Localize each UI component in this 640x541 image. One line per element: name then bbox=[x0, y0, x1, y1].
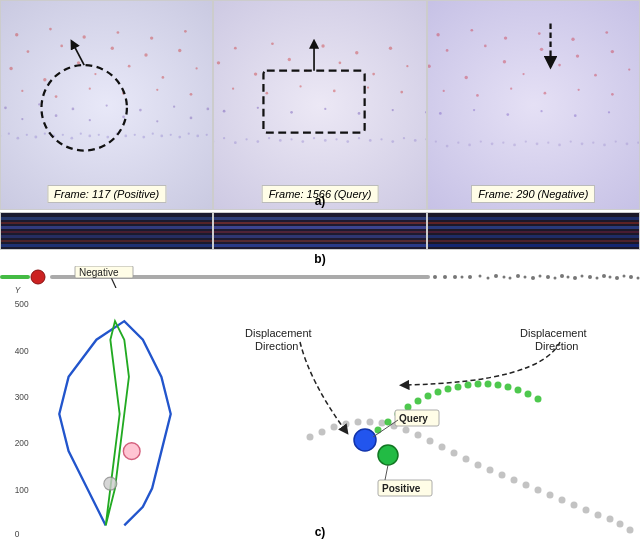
section-c: Negative Negative -200 -100 0 100 200 50… bbox=[0, 262, 640, 541]
svg-point-88 bbox=[254, 72, 257, 75]
svg-point-201 bbox=[509, 277, 512, 280]
svg-point-204 bbox=[531, 276, 535, 280]
svg-point-4 bbox=[26, 134, 28, 136]
svg-point-158 bbox=[439, 112, 442, 115]
svg-point-153 bbox=[470, 29, 473, 32]
svg-point-275 bbox=[455, 384, 462, 391]
svg-point-78 bbox=[347, 140, 350, 143]
svg-point-213 bbox=[596, 277, 599, 280]
svg-text:Direction: Direction bbox=[535, 340, 578, 352]
svg-point-129 bbox=[592, 142, 594, 144]
svg-point-247 bbox=[403, 427, 410, 434]
svg-point-38 bbox=[21, 90, 23, 92]
svg-rect-184 bbox=[428, 226, 639, 229]
svg-point-43 bbox=[190, 93, 193, 96]
svg-point-71 bbox=[268, 137, 270, 139]
svg-text:Positive: Positive bbox=[382, 483, 421, 494]
svg-point-192 bbox=[433, 275, 437, 279]
svg-point-12 bbox=[98, 134, 100, 136]
svg-point-214 bbox=[602, 274, 606, 278]
svg-point-58 bbox=[55, 114, 58, 117]
svg-point-75 bbox=[313, 137, 315, 139]
svg-point-163 bbox=[608, 111, 610, 113]
svg-point-30 bbox=[77, 61, 80, 64]
svg-point-107 bbox=[324, 108, 326, 110]
svg-point-33 bbox=[128, 65, 131, 68]
svg-point-21 bbox=[178, 136, 181, 139]
svg-point-74 bbox=[302, 140, 305, 143]
svg-point-125 bbox=[547, 142, 549, 144]
svg-point-279 bbox=[495, 382, 502, 389]
svg-point-28 bbox=[43, 78, 46, 81]
svg-point-251 bbox=[451, 450, 458, 457]
svg-point-259 bbox=[547, 492, 554, 499]
svg-point-67 bbox=[223, 137, 225, 139]
svg-point-202 bbox=[516, 274, 520, 278]
svg-point-77 bbox=[336, 138, 338, 140]
pc-panel-query: Frame: 1566 (Query) bbox=[213, 0, 426, 210]
svg-point-206 bbox=[546, 275, 550, 279]
svg-point-126 bbox=[558, 144, 561, 147]
pc-panel-negative: Frame: 290 (Negative) bbox=[427, 0, 640, 210]
pc-label-positive: Frame: 117 (Positive) bbox=[47, 185, 166, 203]
svg-point-11 bbox=[88, 135, 91, 138]
svg-point-109 bbox=[392, 109, 394, 111]
svg-point-146 bbox=[442, 90, 444, 92]
svg-point-257 bbox=[523, 482, 530, 489]
svg-point-99 bbox=[266, 92, 269, 95]
svg-rect-186 bbox=[428, 235, 639, 238]
svg-point-70 bbox=[257, 140, 260, 143]
svg-point-243 bbox=[355, 419, 362, 426]
svg-point-156 bbox=[571, 38, 574, 41]
svg-rect-169 bbox=[1, 231, 212, 233]
svg-point-116 bbox=[445, 145, 448, 148]
svg-point-97 bbox=[407, 65, 409, 67]
svg-point-283 bbox=[535, 396, 542, 403]
svg-point-49 bbox=[184, 30, 187, 33]
svg-point-118 bbox=[468, 144, 471, 147]
svg-point-95 bbox=[373, 73, 376, 76]
svg-line-291 bbox=[385, 465, 388, 480]
svg-point-86 bbox=[217, 61, 220, 64]
svg-point-123 bbox=[524, 140, 526, 142]
svg-point-242 bbox=[343, 421, 350, 428]
svg-point-280 bbox=[505, 384, 512, 391]
svg-point-219 bbox=[637, 277, 640, 280]
svg-point-211 bbox=[581, 275, 584, 278]
svg-point-20 bbox=[170, 134, 172, 136]
svg-point-117 bbox=[457, 142, 459, 144]
svg-rect-188 bbox=[428, 244, 639, 247]
svg-point-101 bbox=[333, 90, 336, 93]
svg-point-52 bbox=[72, 108, 75, 111]
svg-rect-187 bbox=[428, 240, 639, 242]
svg-point-157 bbox=[605, 31, 608, 34]
svg-point-34 bbox=[144, 53, 147, 56]
svg-point-122 bbox=[513, 144, 516, 147]
svg-point-32 bbox=[111, 47, 114, 50]
svg-point-256 bbox=[511, 477, 518, 484]
svg-point-261 bbox=[571, 502, 578, 509]
svg-point-258 bbox=[535, 487, 542, 494]
svg-point-61 bbox=[156, 120, 158, 122]
svg-point-148 bbox=[510, 88, 512, 90]
svg-point-162 bbox=[574, 114, 577, 117]
svg-point-238 bbox=[104, 477, 117, 490]
svg-point-44 bbox=[15, 33, 18, 36]
svg-point-127 bbox=[569, 140, 571, 142]
svg-point-274 bbox=[445, 386, 452, 393]
svg-point-135 bbox=[445, 49, 448, 52]
svg-point-24 bbox=[206, 134, 208, 136]
svg-point-22 bbox=[188, 133, 190, 135]
svg-point-197 bbox=[479, 275, 482, 278]
svg-point-199 bbox=[494, 274, 498, 278]
svg-rect-185 bbox=[428, 231, 639, 233]
svg-point-57 bbox=[21, 118, 23, 120]
svg-point-98 bbox=[232, 88, 234, 90]
svg-point-96 bbox=[389, 47, 392, 50]
svg-point-198 bbox=[487, 277, 490, 280]
svg-point-194 bbox=[453, 275, 457, 279]
svg-point-139 bbox=[522, 73, 524, 75]
svg-rect-180 bbox=[214, 244, 425, 247]
svg-point-250 bbox=[439, 444, 446, 451]
svg-point-35 bbox=[162, 76, 165, 79]
